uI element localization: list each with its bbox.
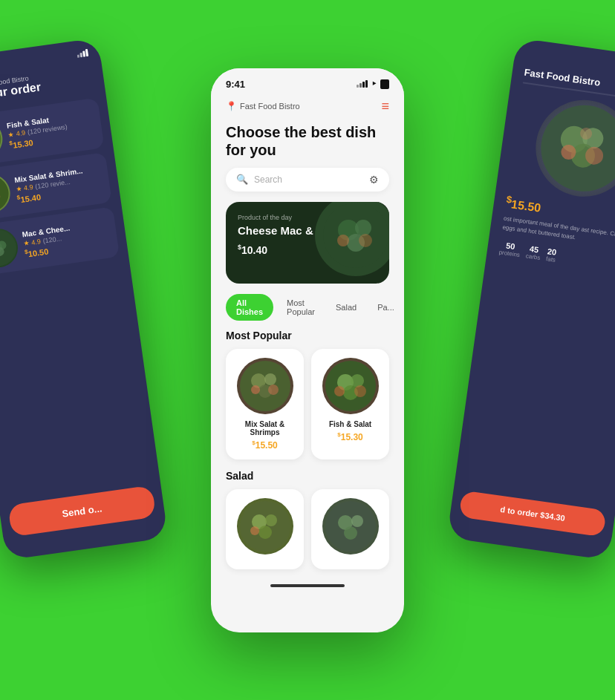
svg-point-0 [0, 120, 3, 160]
svg-point-45 [265, 514, 277, 526]
nutrition-proteins: 50 proteins [498, 240, 521, 258]
center-time: 9:41 [226, 79, 245, 90]
svg-point-39 [351, 374, 364, 387]
center-signal-icon [357, 80, 368, 88]
svg-point-36 [268, 385, 279, 395]
center-header: 📍 Fast Food Bistro ≡ [211, 96, 404, 120]
salad-title: Salad [211, 470, 404, 489]
salad-card-1[interactable] [226, 489, 304, 569]
dish-card-1[interactable]: Mix Salat & Shrimps $15.50 [226, 349, 304, 459]
item-3-info: Mac & Chee... ★4.9 (120... $10.50 [22, 218, 111, 258]
home-indicator [270, 584, 345, 587]
svg-point-41 [334, 386, 345, 396]
svg-point-6 [0, 174, 11, 214]
svg-point-47 [250, 526, 259, 535]
nutrition-carbs: 45 carbs [525, 243, 541, 261]
search-bar[interactable]: 🔍 Search ⚙ [226, 168, 389, 192]
dish-image-2 [322, 358, 379, 414]
svg-point-46 [258, 526, 272, 539]
featured-food-image [315, 202, 389, 276]
salad-card-2[interactable] [311, 489, 389, 569]
item-1-info: Fish & Salat ★4.9 (120 reviews) $15.30 [6, 110, 95, 150]
svg-point-33 [264, 373, 276, 385]
dish-1-name: Mix Salat & Shrimps [235, 420, 295, 436]
dish-2-price: $15.30 [320, 431, 380, 442]
item-2-info: Mix Salat & Shrim... ★4.9 (120 revie... … [14, 164, 103, 204]
salad-image-2 [322, 498, 379, 555]
svg-point-30 [359, 234, 372, 247]
tab-salad[interactable]: Salad [328, 298, 364, 316]
most-popular-title: Most Popular [211, 330, 404, 349]
center-status-bar: 9:41 ‣ ▮ [211, 68, 404, 96]
nutrition-fats: 20 fats [546, 246, 558, 264]
dish-image-1 [237, 358, 293, 414]
left-phone: 9:41 ← Fast Food Bistro Your order [0, 38, 168, 560]
tab-all-dishes[interactable]: All Dishes [226, 294, 273, 321]
filter-icon[interactable]: ⚙ [369, 174, 379, 186]
tab-most-popular[interactable]: Most Popular [279, 294, 322, 321]
food-image-2 [0, 172, 13, 216]
location-pin-icon: 📍 [226, 101, 237, 111]
food-image-3 [0, 226, 20, 270]
search-placeholder: Search [254, 174, 369, 185]
dish-card-2[interactable]: Fish & Salat $15.30 [311, 349, 389, 459]
center-phone: 9:41 ‣ ▮ 📍 Fast Food Bistro ≡ Choose the… [211, 68, 404, 632]
location-row: 📍 Fast Food Bistro [226, 101, 300, 111]
tab-pa[interactable]: Pa... [370, 298, 402, 316]
dishes-row: Mix Salat & Shrimps $15.50 Fish & Salat … [211, 349, 404, 470]
salad-dishes-row [211, 489, 404, 580]
tabs-row: All Dishes Most Popular Salad Pa... [211, 294, 404, 330]
add-to-order-label: d to order $34.30 [500, 505, 566, 523]
dish-1-price: $15.50 [235, 439, 295, 451]
order-item-3[interactable]: Mac & Chee... ★4.9 (120... $10.50 [0, 206, 120, 277]
svg-point-42 [354, 385, 366, 397]
svg-point-35 [251, 385, 260, 394]
svg-point-51 [344, 526, 357, 540]
search-icon: 🔍 [236, 174, 248, 185]
salad-image-1 [237, 498, 293, 555]
signal-icon [77, 49, 88, 58]
food-image-1 [0, 117, 5, 161]
dish-2-name: Fish & Salat [320, 420, 380, 428]
menu-icon[interactable]: ≡ [381, 99, 389, 114]
restaurant-name-center: Fast Food Bistro [240, 102, 300, 111]
main-title: Choose the best dish for you [211, 120, 404, 168]
right-phone: ‣ ▮ Fast Food Bistro ★ 5.0 $15.50 ost im… [447, 38, 615, 560]
svg-point-50 [351, 515, 363, 527]
featured-card[interactable]: Product of the day Cheese Mac & Shrimps … [226, 202, 389, 284]
svg-point-27 [355, 220, 371, 236]
right-food-image [530, 94, 615, 203]
svg-point-29 [337, 235, 349, 246]
left-header-text: Fast Food Bistro Your order [0, 73, 42, 102]
send-order-button[interactable]: Send o... [7, 485, 156, 537]
add-to-order-button[interactable]: d to order $34.30 [459, 490, 607, 537]
